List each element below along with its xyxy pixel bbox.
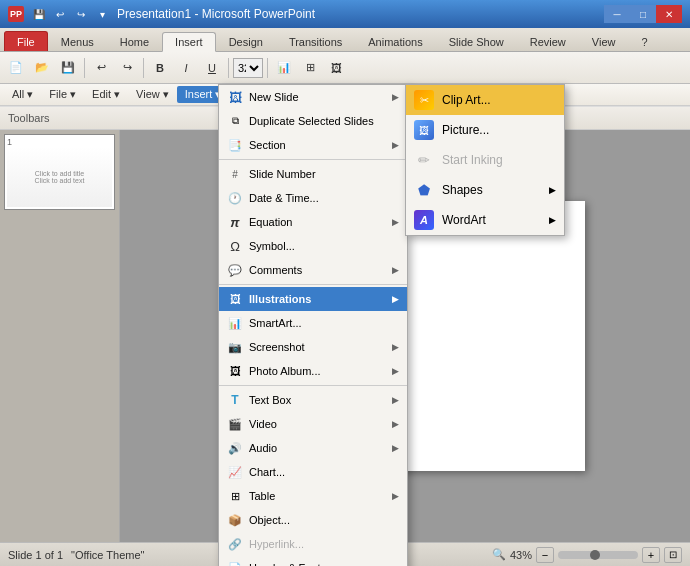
tab-insert[interactable]: Insert [162, 32, 216, 52]
menu-duplicate-slides[interactable]: ⧉ Duplicate Selected Slides [219, 109, 407, 133]
menu-text-box[interactable]: T Text Box ▶ [219, 388, 407, 412]
menu-section[interactable]: 📑 Section ▶ [219, 133, 407, 157]
tab-review[interactable]: Review [517, 31, 579, 51]
tb-save[interactable]: 💾 [56, 56, 80, 80]
wordart-arrow: ▶ [549, 215, 556, 225]
startinking-label: Start Inking [442, 153, 503, 167]
menu-new-slide[interactable]: 🖼 New Slide ▶ [219, 85, 407, 109]
close-btn[interactable]: ✕ [656, 5, 682, 23]
tb-picture[interactable]: 🖼 [324, 56, 348, 80]
wordart-icon-img: A [414, 210, 434, 230]
menu-audio[interactable]: 🔊 Audio ▶ [219, 436, 407, 460]
audio-label: Audio [249, 442, 386, 454]
quick-access-toolbar: 💾 ↩ ↪ ▾ [30, 6, 111, 22]
tab-help[interactable]: ? [628, 31, 660, 51]
tab-home[interactable]: Home [107, 31, 162, 51]
menu-screenshot[interactable]: 📷 Screenshot ▶ [219, 335, 407, 359]
submenu-wordart[interactable]: A WordArt ▶ [406, 205, 564, 235]
tb-redo[interactable]: ↪ [115, 56, 139, 80]
slide-number-label: 1 [7, 137, 112, 147]
submenu-picture[interactable]: 🖼 Picture... [406, 115, 564, 145]
slide-thumb-1[interactable]: 1 Click to add titleClick to add text [4, 134, 115, 210]
tb-new[interactable]: 📄 [4, 56, 28, 80]
photo-album-label: Photo Album... [249, 365, 386, 377]
tab-design[interactable]: Design [216, 31, 276, 51]
menu-video[interactable]: 🎬 Video ▶ [219, 412, 407, 436]
menu-all[interactable]: All ▾ [4, 86, 41, 103]
minimize-btn[interactable]: ─ [604, 5, 630, 23]
status-right: 🔍 43% − + ⊡ [492, 547, 682, 563]
illustrations-submenu: ✂ Clip Art... 🖼 Picture... ✏ Start Inkin… [405, 84, 565, 236]
menu-illustrations[interactable]: 🖼 Illustrations ▶ [219, 287, 407, 311]
tb-sep3 [228, 58, 229, 78]
picture-label: Picture... [442, 123, 489, 137]
slide-number-menu-label: Slide Number [249, 168, 399, 180]
equation-label: Equation [249, 216, 386, 228]
window-controls: ─ □ ✕ [604, 5, 682, 23]
tb-sep4 [267, 58, 268, 78]
zoom-out-btn[interactable]: − [536, 547, 554, 563]
tb-chart[interactable]: 📊 [272, 56, 296, 80]
qa-undo-btn[interactable]: ↩ [51, 6, 69, 22]
tab-transitions[interactable]: Transitions [276, 31, 355, 51]
duplicate-label: Duplicate Selected Slides [249, 115, 399, 127]
submenu-startinking: ✏ Start Inking [406, 145, 564, 175]
tab-menus[interactable]: Menus [48, 31, 107, 51]
smartart-label: SmartArt... [249, 317, 399, 329]
new-slide-arrow: ▶ [392, 92, 399, 102]
qa-save-btn[interactable]: 💾 [30, 6, 48, 22]
video-arrow: ▶ [392, 419, 399, 429]
duplicate-icon: ⧉ [227, 113, 243, 129]
equation-arrow: ▶ [392, 217, 399, 227]
title-bar: PP 💾 ↩ ↪ ▾ Presentation1 - Microsoft Pow… [0, 0, 690, 28]
submenu-shapes[interactable]: ⬟ Shapes ▶ [406, 175, 564, 205]
menu-smartart[interactable]: 📊 SmartArt... [219, 311, 407, 335]
zoom-icon-left[interactable]: 🔍 [492, 548, 506, 561]
menu-file[interactable]: File ▾ [41, 86, 84, 103]
zoom-in-btn[interactable]: + [642, 547, 660, 563]
font-size-select[interactable]: 32 [233, 58, 263, 78]
menu-datetime[interactable]: 🕐 Date & Time... [219, 186, 407, 210]
sep3 [219, 385, 407, 386]
zoom-level: 43% [510, 549, 532, 561]
menu-table[interactable]: ⊞ Table ▶ [219, 484, 407, 508]
theme-info: "Office Theme" [71, 549, 144, 561]
menu-object[interactable]: 📦 Object... [219, 508, 407, 532]
restore-btn[interactable]: □ [630, 5, 656, 23]
zoom-slider[interactable] [558, 551, 638, 559]
tb-italic[interactable]: I [174, 56, 198, 80]
tb-undo[interactable]: ↩ [89, 56, 113, 80]
tb-open[interactable]: 📂 [30, 56, 54, 80]
app-icon: PP [8, 6, 24, 22]
submenu-clipart[interactable]: ✂ Clip Art... [406, 85, 564, 115]
menu-view[interactable]: View ▾ [128, 86, 177, 103]
tab-view[interactable]: View [579, 31, 629, 51]
tab-slideshow[interactable]: Slide Show [436, 31, 517, 51]
menu-slide-number[interactable]: # Slide Number [219, 162, 407, 186]
menu-edit[interactable]: Edit ▾ [84, 86, 128, 103]
menu-equation[interactable]: π Equation ▶ [219, 210, 407, 234]
qa-dropdown-btn[interactable]: ▾ [93, 6, 111, 22]
menu-photo-album[interactable]: 🖼 Photo Album... ▶ [219, 359, 407, 383]
menu-header-footer[interactable]: 📄 Header & Footer... [219, 556, 407, 566]
table-arrow: ▶ [392, 491, 399, 501]
slide-info: Slide 1 of 1 [8, 549, 63, 561]
fit-window-btn[interactable]: ⊡ [664, 547, 682, 563]
table-icon: ⊞ [227, 488, 243, 504]
sep2 [219, 284, 407, 285]
slide-thumb-preview: Click to add titleClick to add text [7, 147, 112, 207]
menu-symbol[interactable]: Ω Symbol... [219, 234, 407, 258]
tb-sep1 [84, 58, 85, 78]
slides-panel: 1 Click to add titleClick to add text [0, 130, 120, 542]
tb-bold[interactable]: B [148, 56, 172, 80]
insert-menu: 🖼 New Slide ▶ ⧉ Duplicate Selected Slide… [218, 84, 408, 566]
menu-comments[interactable]: 💬 Comments ▶ [219, 258, 407, 282]
tab-file[interactable]: File [4, 31, 48, 51]
video-icon: 🎬 [227, 416, 243, 432]
tb-underline[interactable]: U [200, 56, 224, 80]
menu-chart[interactable]: 📈 Chart... [219, 460, 407, 484]
qa-redo-btn[interactable]: ↪ [72, 6, 90, 22]
wordart-icon: A [414, 210, 434, 230]
tb-table[interactable]: ⊞ [298, 56, 322, 80]
tab-animations[interactable]: Animations [355, 31, 435, 51]
